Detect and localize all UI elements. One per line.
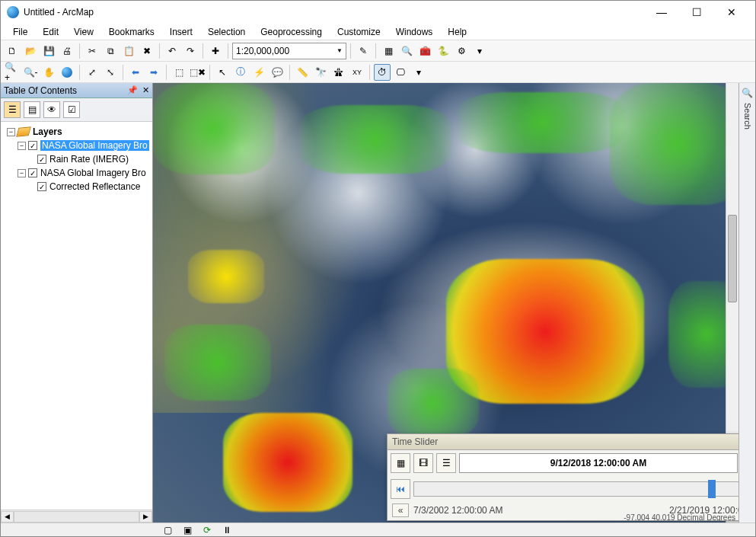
back-extent-icon[interactable]: ⬅ — [127, 64, 144, 81]
delete-icon[interactable]: ✖ — [139, 43, 155, 59]
menu-selection[interactable]: Selection — [200, 25, 253, 39]
print-icon[interactable]: 🖨 — [59, 43, 75, 59]
collapse-icon[interactable]: − — [7, 128, 15, 136]
select-features-icon[interactable]: ⬚ — [171, 64, 187, 81]
toc-title: Table Of Contents — [4, 85, 77, 96]
minimize-button[interactable]: — — [644, 1, 679, 24]
visibility-checkbox[interactable]: ✓ — [28, 141, 37, 150]
list-by-selection-icon[interactable]: ☑ — [63, 101, 80, 118]
fixed-zoom-in-icon[interactable]: ⤢ — [84, 64, 100, 81]
zoom-in-icon[interactable]: 🔍+ — [4, 64, 21, 81]
clear-selection-icon[interactable]: ⬚✖ — [189, 64, 206, 81]
go-to-xy-icon[interactable]: XY — [349, 64, 365, 81]
ts-range-prev-icon[interactable]: « — [392, 503, 409, 517]
ts-export-icon[interactable]: 🎞 — [413, 453, 433, 473]
toolbar-options-2-icon[interactable]: ▾ — [410, 64, 427, 81]
pin-icon[interactable]: 📌 — [127, 85, 138, 95]
tree-group-2[interactable]: − ✓ NASA Global Imagery Bro — [2, 166, 151, 180]
cut-icon[interactable]: ✂ — [84, 43, 100, 59]
identify-icon[interactable]: ⓘ — [232, 64, 249, 81]
layer-label: Corrected Reflectance — [49, 181, 140, 192]
collapse-icon[interactable]: − — [18, 169, 26, 177]
menu-customize[interactable]: Customize — [330, 25, 388, 39]
paste-icon[interactable]: 📋 — [120, 43, 137, 59]
list-by-visibility-icon[interactable]: 👁 — [43, 101, 60, 118]
layer-label: Rain Rate (IMERG) — [49, 154, 129, 165]
select-elements-icon[interactable]: ↖ — [214, 64, 231, 81]
visibility-checkbox[interactable]: ✓ — [28, 168, 37, 177]
tree-layer-rain-rate[interactable]: ✓ Rain Rate (IMERG) — [2, 152, 151, 166]
ts-skip-start-icon[interactable]: ⏮ — [391, 479, 410, 499]
scroll-right-icon[interactable]: ▶ — [139, 511, 152, 523]
arc-toolbox-icon[interactable]: 🧰 — [416, 43, 433, 59]
rain-intensity-med — [188, 250, 264, 303]
list-by-drawing-order-icon[interactable]: ☰ — [4, 101, 21, 118]
html-popup-icon[interactable]: 💬 — [269, 64, 285, 81]
time-slider-track[interactable] — [413, 481, 738, 497]
visibility-checkbox[interactable]: ✓ — [37, 182, 46, 191]
python-window-icon[interactable]: 🐍 — [435, 43, 451, 59]
data-view-icon[interactable]: ▢ — [159, 522, 176, 538]
tree-group-1[interactable]: − ✓ NASA Global Imagery Bro — [2, 139, 151, 152]
fixed-zoom-out-icon[interactable]: ⤡ — [102, 64, 119, 81]
maximize-button[interactable]: ☐ — [679, 1, 714, 24]
layer-tree[interactable]: − Layers − ✓ NASA Global Imagery Bro ✓ R… — [1, 122, 152, 510]
toc-hscrollbar[interactable]: ◀ ▶ — [1, 510, 152, 523]
time-slider-thumb[interactable] — [708, 480, 716, 498]
rain-intensity-low — [388, 369, 479, 437]
new-document-icon[interactable]: 🗋 — [4, 43, 21, 59]
map-canvas[interactable]: Time Slider ▦ 🎞 ☰ 9/12/2018 12:00:00 AM … — [153, 83, 738, 523]
group-label[interactable]: NASA Global Imagery Bro — [40, 140, 149, 151]
search-icon[interactable]: 🔍 — [742, 88, 753, 98]
copy-icon[interactable]: ⧉ — [102, 43, 119, 59]
editor-toolbar-icon[interactable]: ✎ — [355, 43, 372, 59]
search-dock-panel[interactable]: 🔍 Search — [738, 83, 755, 523]
visibility-checkbox[interactable]: ✓ — [37, 155, 46, 164]
open-icon[interactable]: 📂 — [22, 43, 39, 59]
tree-layer-corrected-reflectance[interactable]: ✓ Corrected Reflectance — [2, 180, 151, 193]
menu-file[interactable]: File — [5, 25, 35, 39]
tree-root-layers[interactable]: − Layers — [2, 125, 151, 139]
layout-view-icon[interactable]: ▣ — [179, 522, 196, 538]
hyperlink-icon[interactable]: ⚡ — [250, 64, 267, 81]
create-viewer-icon[interactable]: 🖵 — [392, 64, 409, 81]
refresh-view-icon[interactable]: ⟳ — [199, 522, 215, 538]
menu-bookmarks[interactable]: Bookmarks — [101, 25, 162, 39]
table-of-contents-panel: Table Of Contents 📌 ✕ ☰ ▤ 👁 ☑ − Layers −… — [1, 83, 153, 523]
close-panel-icon[interactable]: ✕ — [142, 85, 149, 95]
toolbar-options-icon[interactable]: ▾ — [471, 43, 488, 59]
close-button[interactable]: ✕ — [714, 1, 749, 24]
menu-edit[interactable]: Edit — [35, 25, 66, 39]
collapse-icon[interactable]: − — [18, 142, 26, 150]
time-slider-icon[interactable]: ⏱ — [374, 64, 391, 81]
full-extent-icon[interactable] — [59, 64, 75, 81]
measure-icon[interactable]: 📏 — [294, 64, 311, 81]
ts-layers-icon[interactable]: ☰ — [436, 453, 456, 473]
menu-view[interactable]: View — [66, 25, 101, 39]
forward-extent-icon[interactable]: ➡ — [145, 64, 162, 81]
catalog-window-icon[interactable]: ▦ — [380, 43, 397, 59]
ts-options-icon[interactable]: ▦ — [391, 453, 410, 473]
undo-icon[interactable]: ↶ — [164, 43, 180, 59]
menu-help[interactable]: Help — [440, 25, 474, 39]
find-icon[interactable]: 🔭 — [312, 64, 329, 81]
model-builder-icon[interactable]: ⚙ — [453, 43, 470, 59]
find-route-icon[interactable]: 🛣 — [330, 64, 347, 81]
pan-icon[interactable]: ✋ — [40, 64, 57, 81]
search-window-icon[interactable]: 🔍 — [398, 43, 415, 59]
pause-drawing-icon[interactable]: ⏸ — [219, 522, 235, 538]
time-slider-window[interactable]: Time Slider ▦ 🎞 ☰ 9/12/2018 12:00:00 AM … — [387, 433, 738, 521]
save-icon[interactable]: 💾 — [40, 43, 57, 59]
redo-icon[interactable]: ↷ — [182, 43, 199, 59]
time-slider-title[interactable]: Time Slider — [388, 434, 738, 450]
list-by-source-icon[interactable]: ▤ — [24, 101, 40, 118]
menu-windows[interactable]: Windows — [388, 25, 441, 39]
zoom-out-icon[interactable]: 🔍- — [22, 64, 39, 81]
coordinate-readout: -97.004 40.019 Decimal Degrees — [624, 513, 735, 522]
chevron-down-icon[interactable]: ▼ — [337, 47, 343, 54]
scroll-left-icon[interactable]: ◀ — [1, 511, 14, 523]
menu-insert[interactable]: Insert — [162, 25, 200, 39]
menu-geoprocessing[interactable]: Geoprocessing — [253, 25, 330, 39]
map-scale-input[interactable]: 1:20,000,000 ▼ — [232, 43, 346, 59]
add-data-icon[interactable]: ✚ — [207, 43, 224, 59]
